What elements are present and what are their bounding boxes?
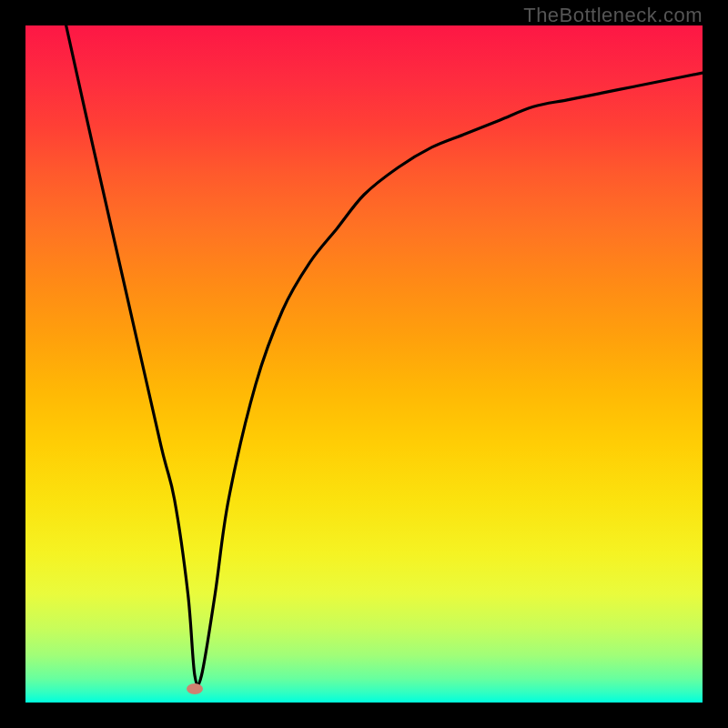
chart-frame: TheBottleneck.com	[0, 0, 728, 728]
watermark-text: TheBottleneck.com	[523, 4, 703, 27]
optimum-marker	[187, 683, 203, 694]
bottleneck-curve	[25, 25, 703, 703]
plot-area	[25, 25, 703, 703]
